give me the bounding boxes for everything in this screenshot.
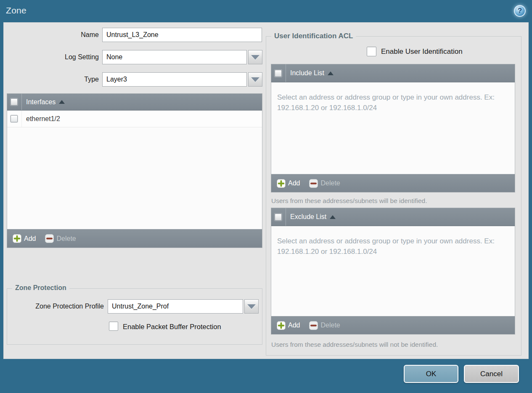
- exclude-list-header: Exclude List: [271, 208, 515, 226]
- interfaces-table-body: ethernet1/2: [7, 111, 262, 229]
- exclude-list-toolbar: Add Delete: [271, 316, 515, 334]
- interface-name: ethernet1/2: [26, 115, 60, 123]
- enable-user-identification-label[interactable]: Enable User Identification: [381, 47, 463, 56]
- type-dropdown-button[interactable]: [248, 72, 262, 87]
- zone-protection-profile-dropdown-button[interactable]: [244, 299, 259, 314]
- include-column-header[interactable]: Include List: [290, 69, 333, 77]
- include-add-button[interactable]: Add: [277, 179, 300, 188]
- sort-ascending-icon: [330, 215, 336, 219]
- include-column-label: Include List: [290, 69, 324, 77]
- type-input[interactable]: [102, 72, 247, 87]
- include-list-placeholder: Select an address or address group or ty…: [271, 82, 507, 113]
- interfaces-add-button[interactable]: Add: [13, 234, 36, 243]
- help-icon[interactable]: ?: [514, 5, 526, 17]
- header-divider: [286, 64, 286, 82]
- log-setting-dropdown-button[interactable]: [248, 50, 262, 64]
- exclude-add-button[interactable]: Add: [277, 321, 300, 330]
- log-setting-input[interactable]: [102, 50, 247, 64]
- add-button-label: Add: [288, 179, 300, 187]
- delete-minus-icon: [309, 321, 318, 330]
- delete-minus-icon: [309, 179, 318, 188]
- interfaces-select-all-checkbox[interactable]: [11, 98, 18, 106]
- packet-buffer-protection-label[interactable]: Enable Packet Buffer Protection: [123, 323, 221, 331]
- cancel-button[interactable]: Cancel: [464, 365, 519, 383]
- include-list-toolbar: Add Delete: [271, 174, 515, 192]
- add-button-label: Add: [288, 322, 300, 329]
- exclude-select-all-checkbox[interactable]: [275, 214, 282, 221]
- sort-ascending-icon: [328, 71, 333, 75]
- chevron-down-icon: [251, 77, 259, 82]
- zone-protection-section: Zone Protection: [7, 288, 262, 345]
- add-plus-icon: [277, 179, 286, 188]
- include-list-note: Users from these addresses/subnets will …: [271, 197, 427, 205]
- delete-minus-icon: [45, 234, 54, 243]
- row-divider: [21, 111, 22, 127]
- add-plus-icon: [277, 321, 286, 330]
- dialog-title: Zone: [6, 5, 26, 16]
- chevron-down-icon: [251, 55, 259, 60]
- ok-button[interactable]: OK: [404, 365, 458, 383]
- interfaces-table-toolbar: Add Delete: [7, 229, 262, 248]
- header-divider: [21, 94, 22, 110]
- delete-button-label: Delete: [320, 179, 340, 187]
- delete-button-label: Delete: [320, 322, 340, 329]
- user-identification-legend: User Identification ACL: [271, 32, 356, 40]
- packet-buffer-protection-checkbox[interactable]: [109, 322, 118, 331]
- include-list-table: Include List Select an address or addres…: [271, 64, 515, 193]
- interfaces-column-header[interactable]: Interfaces: [26, 98, 65, 106]
- add-plus-icon: [13, 234, 21, 243]
- name-input[interactable]: [102, 28, 262, 42]
- include-list-body[interactable]: Select an address or address group or ty…: [271, 82, 515, 174]
- exclude-list-body[interactable]: Select an address or address group or ty…: [271, 226, 515, 316]
- exclude-list-table: Exclude List Select an address or addres…: [271, 208, 515, 335]
- zone-protection-legend: Zone Protection: [12, 284, 69, 292]
- chevron-down-icon: [247, 304, 256, 309]
- exclude-column-label: Exclude List: [290, 213, 326, 221]
- add-button-label: Add: [24, 235, 36, 243]
- interface-row-checkbox[interactable]: [11, 115, 18, 122]
- include-list-header: Include List: [271, 64, 515, 82]
- sort-ascending-icon: [59, 100, 65, 104]
- log-setting-label: Log Setting: [25, 50, 99, 64]
- exclude-column-header[interactable]: Exclude List: [290, 213, 336, 221]
- zone-protection-profile-input[interactable]: [108, 299, 243, 314]
- delete-button-label: Delete: [56, 235, 76, 243]
- interface-row[interactable]: ethernet1/2: [7, 111, 262, 127]
- type-label: Type: [25, 72, 99, 87]
- interfaces-table-header: Interfaces: [7, 94, 262, 111]
- exclude-list-note: Users from these addresses/subnets will …: [271, 341, 438, 348]
- enable-user-identification-checkbox[interactable]: [367, 47, 376, 56]
- interfaces-column-label: Interfaces: [26, 98, 56, 106]
- exclude-delete-button[interactable]: Delete: [309, 321, 340, 330]
- interfaces-delete-button[interactable]: Delete: [45, 234, 76, 243]
- interfaces-table: Interfaces ethernet1/2 Add Delete: [7, 93, 262, 248]
- exclude-list-placeholder: Select an address or address group or ty…: [271, 226, 507, 257]
- include-delete-button[interactable]: Delete: [309, 179, 340, 188]
- header-divider: [286, 208, 286, 226]
- name-label: Name: [25, 28, 99, 42]
- zone-protection-profile-label: Zone Protection Profile: [13, 299, 104, 314]
- include-select-all-checkbox[interactable]: [275, 70, 282, 77]
